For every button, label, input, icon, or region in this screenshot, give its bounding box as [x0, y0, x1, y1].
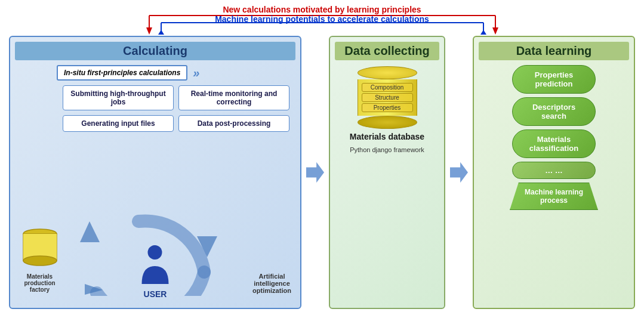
calc-boxes-grid: Submitting high-throughput jobs Real-tim… — [63, 85, 289, 132]
db-bottom — [358, 116, 417, 129]
svg-marker-4 — [492, 27, 498, 35]
svg-marker-3 — [146, 27, 152, 35]
factory-cylinder: Materialsproductionfactory — [20, 228, 59, 293]
svg-marker-18 — [306, 162, 324, 183]
pill-properties: Properties prediction — [512, 65, 596, 94]
insitu-box: In-situ first-principles calculations » — [57, 65, 187, 81]
user-label: USER — [139, 289, 172, 299]
data-collecting-section: Data collecting Composition Structure Pr… — [329, 36, 445, 309]
db-subtitle: Python django framework — [335, 146, 439, 155]
db-top — [358, 66, 417, 79]
calculating-section: Calculating In-situ first-principles cal… — [9, 36, 301, 309]
calc-box-3: Data post-processing — [178, 115, 289, 132]
data-learning-title: Data learning — [479, 42, 629, 60]
svg-point-16 — [23, 256, 57, 265]
svg-marker-8 — [158, 30, 164, 35]
user-figure: USER — [139, 245, 172, 299]
db-tag-0: Composition — [362, 83, 413, 92]
top-annotation: New calculations motivated by learning p… — [0, 5, 644, 38]
arrow-data-to-learning — [450, 36, 468, 309]
database-cylinder: Composition Structure Properties — [358, 66, 417, 129]
calculating-title: Calculating — [15, 42, 295, 60]
learning-pills-list: Properties prediction Descriptors search… — [479, 65, 629, 210]
pill-descriptors: Descriptors search — [512, 97, 596, 126]
arrow-calc-to-data — [306, 36, 324, 309]
factory-label: Materialsproductionfactory — [20, 273, 59, 293]
svg-marker-10 — [80, 221, 100, 242]
db-tag-2: Properties — [362, 103, 413, 112]
db-body: Composition Structure Properties — [358, 79, 417, 116]
calc-box-0: Submitting high-throughput jobs — [63, 85, 174, 110]
calc-box-2: Generating input files — [63, 115, 174, 132]
svg-marker-9 — [480, 30, 486, 35]
data-collecting-title: Data collecting — [335, 42, 439, 60]
pill-ml-process: Machine learning process — [510, 183, 598, 210]
svg-point-17 — [148, 245, 162, 260]
ml-potentials-text: Machine learning potentials to accelerat… — [173, 14, 472, 24]
data-learning-section: Data learning Properties prediction Desc… — [473, 36, 635, 309]
pill-dots: … … — [512, 162, 596, 179]
calc-box-1: Real-time monitoring and correcting — [178, 85, 289, 110]
main-sections: Calculating In-situ first-principles cal… — [9, 36, 635, 309]
new-calculations-text: New calculations motivated by learning p… — [173, 5, 472, 14]
db-tag-1: Structure — [362, 93, 413, 102]
ai-label: Artificial intelligence optimization — [249, 273, 294, 294]
db-title: Materials database — [335, 131, 439, 142]
svg-marker-19 — [450, 162, 468, 183]
pill-classification: Materials classification — [512, 129, 596, 158]
